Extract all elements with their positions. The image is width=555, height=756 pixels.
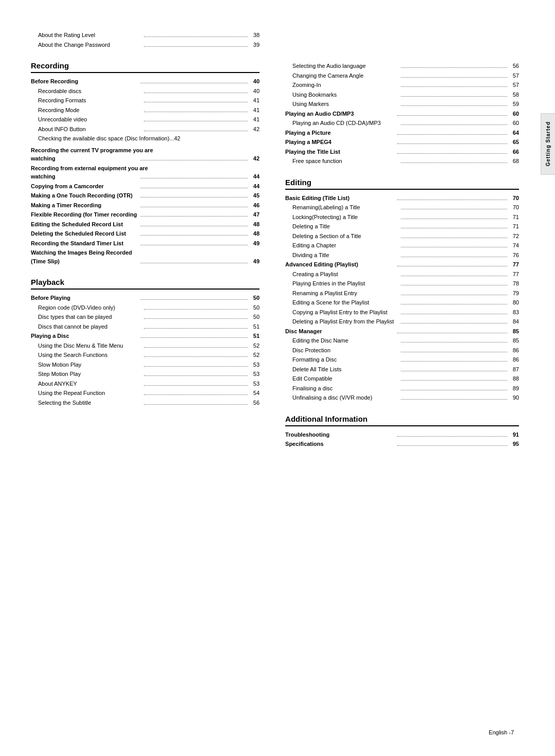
dots xyxy=(401,304,507,304)
top-entries: About the Rating Level 38 About the Chan… xyxy=(31,31,260,49)
entry-text: Playing an Audio CD/MP3 xyxy=(285,110,395,118)
page-num: 50 xyxy=(249,303,260,312)
dots xyxy=(401,257,507,257)
list-item: Deleting the Scheduled Record List 48 xyxy=(31,229,260,238)
entry-text: Free space function xyxy=(292,157,399,166)
page-num: 45 xyxy=(249,191,260,200)
list-item: Recording Formats 41 xyxy=(31,96,260,105)
page-num: 46 xyxy=(249,201,260,210)
list-item: Copying a Playlist Entry to the Playlist… xyxy=(285,308,519,317)
entry-text: Disc Manager xyxy=(285,327,395,336)
list-item: Making a One Touch Recording (OTR) 45 xyxy=(31,191,260,200)
entry-text: About the Rating Level xyxy=(38,31,142,40)
list-item: Discs that cannot be played 51 xyxy=(31,322,260,331)
list-item: Editing the Disc Name 85 xyxy=(285,336,519,345)
dots xyxy=(144,366,248,367)
page-num: 85 xyxy=(509,327,519,336)
dots xyxy=(397,445,507,446)
list-item: Delete All Title Lists 87 xyxy=(285,365,519,374)
dots xyxy=(140,226,248,226)
dots xyxy=(401,399,507,400)
page-num: 80 xyxy=(509,298,519,307)
page-num: 42 xyxy=(249,125,260,134)
page-num: 95 xyxy=(509,440,519,448)
dots xyxy=(144,347,248,348)
dots xyxy=(140,83,248,83)
entry-text: Playing the Title List xyxy=(285,148,395,156)
list-item: Playing a MPEG4 65 xyxy=(285,138,519,147)
list-item: Specifications 95 xyxy=(285,440,519,448)
entry-text: Before Recording xyxy=(31,77,139,86)
page-num: 39 xyxy=(249,41,260,49)
list-item: Editing a Scene for the Playlist 80 xyxy=(285,298,519,307)
page-num: 70 xyxy=(509,203,519,212)
page-num: 58 xyxy=(509,91,519,99)
dots xyxy=(140,197,248,197)
entry-text: Recording Formats xyxy=(38,96,142,105)
list-item: Renaming(Labeling) a Title 70 xyxy=(285,203,519,212)
list-item: Selecting the Audio language 56 xyxy=(285,62,519,70)
list-item: Editing the Scheduled Record List 48 xyxy=(31,220,260,229)
entry-text: Renaming(Labeling) a Title xyxy=(292,203,399,212)
entry-text: Troubleshooting xyxy=(285,430,395,439)
dots xyxy=(144,102,248,102)
playback-continued: Selecting the Audio language 56 Changing… xyxy=(285,62,519,166)
page-num: 76 xyxy=(509,251,519,260)
dots xyxy=(140,216,248,217)
entry-text: Edit Compatible xyxy=(292,374,399,383)
list-item: About the Change Password 39 xyxy=(31,41,260,49)
section-divider xyxy=(31,72,260,73)
page-num: 86 xyxy=(509,355,519,364)
page-num: 83 xyxy=(509,308,519,317)
page-num: 64 xyxy=(509,129,519,137)
dots xyxy=(397,134,507,135)
dots xyxy=(140,188,248,188)
list-item: watching 44 xyxy=(31,172,260,181)
entry-text: Playing a Disc xyxy=(31,332,139,340)
list-item: Playing a Picture 64 xyxy=(285,129,519,137)
dots xyxy=(140,160,248,160)
entry-text: Before Playing xyxy=(31,294,139,302)
list-item: About the Rating Level 38 xyxy=(31,31,260,40)
section-divider xyxy=(285,425,519,426)
page-num: 50 xyxy=(249,294,260,302)
entry-text: Editing the Scheduled Record List xyxy=(31,220,139,229)
entry-text: Using the Disc Menu & Title Menu xyxy=(38,341,142,350)
page-num: 60 xyxy=(509,119,519,128)
list-item: (Time Slip) 49 xyxy=(31,257,260,266)
list-item: Using the Disc Menu & Title Menu 52 xyxy=(31,341,260,350)
entry-text: About INFO Button xyxy=(38,125,142,134)
dots xyxy=(401,86,507,87)
entry-text: Recordable discs xyxy=(38,87,142,96)
list-item: Deleting a Section of a Title 72 xyxy=(285,232,519,241)
list-item: Recording the Standard Timer List 49 xyxy=(31,239,260,248)
list-item: Region code (DVD-Video only) 50 xyxy=(31,303,260,312)
entry-text: Selecting the Subtitle xyxy=(38,399,142,407)
page-num: 50 xyxy=(249,313,260,321)
dots xyxy=(401,352,507,352)
page-num: 51 xyxy=(249,332,260,340)
dots xyxy=(401,361,507,362)
page-num: 48 xyxy=(249,229,260,238)
left-column: About the Rating Level 38 About the Chan… xyxy=(31,31,275,725)
page-num: 51 xyxy=(249,322,260,331)
page-num: 78 xyxy=(509,279,519,288)
list-item: Dividing a Title 76 xyxy=(285,251,519,260)
getting-started-tab: Getting Started xyxy=(541,113,555,175)
dots xyxy=(144,356,248,357)
dots xyxy=(401,67,507,68)
entry-text: Disc Protection xyxy=(292,346,399,355)
dots xyxy=(401,314,507,314)
page-num: 72 xyxy=(509,232,519,241)
page-num: 53 xyxy=(249,370,260,379)
entry-text: Locking(Protecting) a Title xyxy=(292,213,399,222)
dots xyxy=(144,131,248,131)
entry-text: Playing a Picture xyxy=(285,129,395,137)
list-item: Using the Search Functions 52 xyxy=(31,351,260,359)
list-item: Watching the Images Being Recorded (Time… xyxy=(31,248,260,265)
entry-text: Unrecordable video xyxy=(38,115,142,124)
entry-text: watching xyxy=(31,172,139,181)
page-num: 89 xyxy=(509,384,519,393)
list-item: Checking the available disc space (Disc … xyxy=(31,134,260,143)
list-item: Before Playing 50 xyxy=(31,294,260,302)
